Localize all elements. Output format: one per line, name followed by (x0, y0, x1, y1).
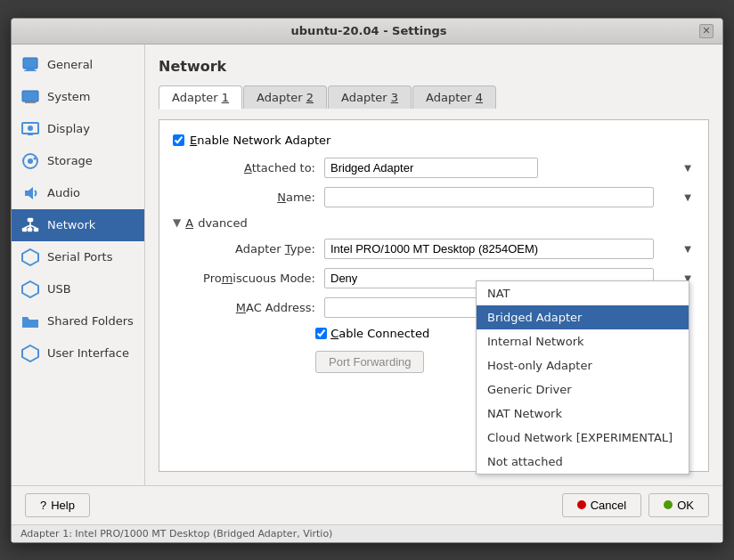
svg-point-10 (34, 157, 37, 159)
shared-folders-icon (20, 312, 40, 331)
ok-button[interactable]: OK (648, 493, 709, 517)
attached-to-select-wrapper: Bridged Adapter ▼ (324, 158, 695, 178)
svg-rect-2 (24, 70, 37, 71)
display-icon (20, 119, 40, 139)
sidebar-item-user-interface[interactable]: User Interface (12, 337, 144, 369)
general-icon (20, 55, 40, 75)
status-text: Adapter 1: Intel PRO/1000 MT Desktop (Br… (20, 528, 332, 540)
attached-to-arrow: ▼ (684, 163, 691, 173)
system-icon (20, 87, 40, 107)
sidebar-label-storage: Storage (47, 154, 93, 167)
sidebar-item-usb[interactable]: USB (12, 273, 144, 305)
user-interface-icon (20, 344, 40, 363)
attached-to-label: Attached to: (173, 161, 315, 174)
adapter-tabs: Adapter 1 Adapter 2 Adapter 3 Adapter 4 (159, 85, 709, 109)
dropdown-item-generic[interactable]: Generic Driver (477, 377, 689, 402)
sidebar-label-usb: USB (47, 282, 71, 296)
adapter-type-label: Adapter Type: (173, 242, 315, 256)
sidebar-label-audio: Audio (47, 186, 80, 199)
content-area: General System (12, 45, 722, 485)
network-icon (20, 215, 40, 235)
svg-marker-21 (22, 281, 38, 297)
help-icon: ? (40, 499, 46, 512)
advanced-toggle[interactable]: ▼ Advanced (173, 216, 695, 230)
svg-marker-20 (22, 249, 38, 265)
sidebar-label-general: General (47, 58, 93, 71)
name-select[interactable] (324, 187, 654, 207)
tab-adapter4[interactable]: Adapter 4 (412, 85, 496, 109)
dropdown-item-bridged[interactable]: Bridged Adapter (477, 305, 689, 329)
adapter-type-arrow: ▼ (684, 244, 691, 254)
promiscuous-label: Promiscuous Mode: (173, 272, 315, 285)
serial-ports-icon (20, 248, 40, 267)
sidebar: General System (12, 45, 145, 485)
name-arrow: ▼ (684, 192, 691, 202)
tab-adapter2[interactable]: Adapter 2 (243, 85, 327, 109)
cancel-label: Cancel (591, 499, 626, 512)
sidebar-label-user-interface: User Interface (47, 346, 129, 360)
ok-label: OK (677, 499, 694, 512)
window-title: ubuntu-20.04 - Settings (38, 24, 699, 37)
svg-rect-12 (28, 218, 33, 222)
svg-point-9 (28, 158, 33, 164)
tab-adapter3[interactable]: Adapter 3 (328, 85, 412, 109)
titlebar: ubuntu-20.04 - Settings ✕ (12, 19, 722, 45)
svg-point-6 (28, 126, 33, 131)
svg-rect-14 (28, 228, 32, 231)
sidebar-item-shared-folders[interactable]: Shared Folders (12, 305, 144, 337)
footer: ? Help Cancel OK (12, 485, 722, 524)
adapter-type-select-wrapper: Intel PRO/1000 MT Desktop (8254OEM) ▼ (324, 239, 695, 259)
name-label: Name: (173, 191, 315, 204)
sidebar-item-storage[interactable]: Storage (12, 145, 144, 177)
usb-icon (20, 280, 40, 299)
sidebar-label-display: Display (47, 122, 90, 135)
help-button[interactable]: ? Help (25, 493, 90, 517)
enable-adapter-label: Enable Network Adapter (190, 134, 330, 147)
help-label: Help (51, 499, 75, 512)
ok-dot-icon (664, 500, 673, 509)
adapter-type-row: Adapter Type: Intel PRO/1000 MT Desktop … (173, 239, 695, 259)
cancel-button[interactable]: Cancel (562, 493, 641, 517)
name-select-wrapper: ▼ (324, 187, 695, 207)
dropdown-item-internal[interactable]: Internal Network (477, 329, 689, 353)
svg-rect-4 (25, 101, 36, 103)
status-bar: Adapter 1: Intel PRO/1000 MT Desktop (Br… (12, 524, 722, 542)
svg-rect-1 (26, 69, 35, 70)
advanced-arrow-icon: ▼ (173, 216, 181, 229)
cancel-dot-icon (577, 500, 586, 509)
svg-rect-7 (28, 134, 33, 135)
sidebar-item-system[interactable]: System (12, 81, 144, 113)
name-row: Name: ▼ (173, 187, 695, 207)
dropdown-item-host-only[interactable]: Host-only Adapter (477, 353, 689, 377)
dropdown-item-nat-network[interactable]: NAT Network (477, 402, 689, 426)
settings-window: ubuntu-20.04 - Settings ✕ General (11, 18, 723, 543)
main-panel: Network Adapter 1 Adapter 2 Adapter 3 Ad… (145, 45, 722, 485)
footer-actions: Cancel OK (562, 493, 709, 517)
dropdown-item-cloud[interactable]: Cloud Network [EXPERIMENTAL] (477, 426, 689, 450)
sidebar-item-serial-ports[interactable]: Serial Ports (12, 241, 144, 273)
cable-connected-checkbox[interactable] (315, 328, 327, 339)
close-button[interactable]: ✕ (699, 24, 714, 38)
audio-icon (20, 183, 40, 203)
adapter-type-select[interactable]: Intel PRO/1000 MT Desktop (8254OEM) (324, 239, 654, 259)
sidebar-label-system: System (47, 90, 90, 103)
panel-title: Network (159, 58, 709, 75)
mac-address-label: MAC Address: (173, 301, 315, 314)
svg-rect-15 (34, 228, 38, 231)
attached-to-select[interactable]: Bridged Adapter (324, 158, 538, 178)
tab-adapter1[interactable]: Adapter 1 (159, 85, 242, 110)
sidebar-item-general[interactable]: General (12, 49, 144, 81)
enable-adapter-checkbox[interactable] (173, 134, 184, 146)
attached-to-row: Attached to: Bridged Adapter ▼ (173, 158, 695, 178)
sidebar-item-network[interactable]: Network (12, 209, 144, 241)
sidebar-item-display[interactable]: Display (12, 113, 144, 145)
sidebar-label-network: Network (47, 218, 95, 231)
dropdown-item-nat[interactable]: NAT (477, 281, 689, 305)
storage-icon (20, 151, 40, 171)
sidebar-item-audio[interactable]: Audio (12, 177, 144, 209)
cable-connected-label: Cable Connected (327, 327, 429, 340)
svg-rect-0 (23, 58, 37, 69)
port-forwarding-button[interactable]: Port Forwarding (315, 351, 424, 373)
tab-content: Enable Network Adapter Attached to: Brid… (159, 119, 709, 472)
dropdown-item-not-attached[interactable]: Not attached (477, 450, 689, 474)
